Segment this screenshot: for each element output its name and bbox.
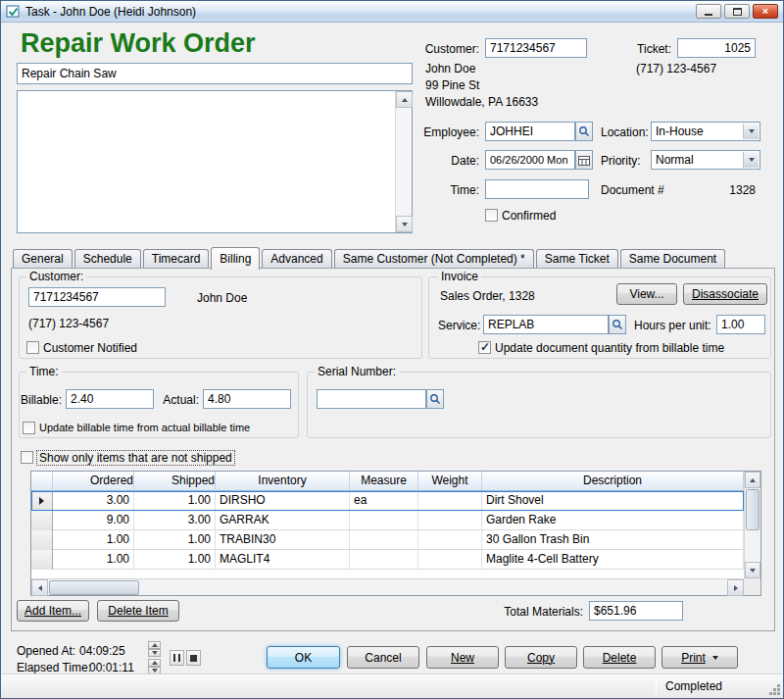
- delete-button[interactable]: Delete: [583, 646, 656, 669]
- new-button[interactable]: New: [426, 646, 499, 669]
- resize-grip[interactable]: [777, 692, 780, 695]
- serial-number-field[interactable]: [317, 389, 426, 409]
- add-item-button[interactable]: Add Item...: [17, 600, 89, 622]
- table-row[interactable]: 1.00 1.00 TRABIN30 30 Gallon Trash Bin: [31, 530, 744, 550]
- service-field[interactable]: [483, 315, 609, 334]
- minimize-button[interactable]: [696, 4, 721, 19]
- billing-customer-field[interactable]: [28, 287, 166, 307]
- date-field[interactable]: [485, 150, 575, 170]
- show-only-unshipped-checkbox[interactable]: [21, 451, 33, 464]
- delete-item-button[interactable]: Delete Item: [97, 600, 179, 622]
- row-selector-cell[interactable]: [31, 530, 53, 550]
- update-billable-checkbox[interactable]: [23, 422, 35, 434]
- update-billable-label[interactable]: Update billable time from actual billabl…: [39, 422, 250, 433]
- cell-description[interactable]: Dirt Shovel: [482, 491, 744, 511]
- cell-description[interactable]: Maglite 4-Cell Battery: [482, 550, 744, 570]
- cell-shipped[interactable]: 1.00: [134, 491, 216, 511]
- ok-button[interactable]: OK: [267, 646, 340, 669]
- total-materials-field[interactable]: [589, 601, 683, 621]
- cell-ordered[interactable]: 1.00: [53, 530, 134, 550]
- location-dropdown[interactable]: In-House: [651, 122, 760, 141]
- tab-advanced[interactable]: Advanced: [262, 249, 331, 269]
- priority-dropdown[interactable]: Normal: [651, 150, 760, 170]
- header-weight[interactable]: Weight: [418, 472, 482, 491]
- tab-general[interactable]: General: [13, 249, 73, 269]
- actual-field[interactable]: [203, 389, 291, 409]
- update-quantity-label[interactable]: Update document quantity from billable t…: [495, 341, 724, 355]
- customer-number-field[interactable]: [485, 38, 587, 58]
- employee-field[interactable]: [485, 122, 575, 141]
- cell-shipped[interactable]: 3.00: [134, 511, 216, 530]
- cell-inventory[interactable]: GARRAK: [216, 511, 350, 530]
- spin-down-button[interactable]: [148, 649, 161, 657]
- scroll-down-button[interactable]: [396, 216, 413, 232]
- date-picker-button[interactable]: [575, 150, 593, 170]
- cell-ordered[interactable]: 9.00: [53, 511, 134, 530]
- row-selector-cell[interactable]: [31, 511, 53, 530]
- table-row[interactable]: 3.00 1.00 DIRSHO ea Dirt Shovel: [31, 491, 744, 511]
- dropdown-button[interactable]: [743, 124, 759, 139]
- cell-measure[interactable]: [350, 550, 418, 570]
- cell-ordered[interactable]: 1.00: [53, 550, 134, 570]
- cell-weight[interactable]: [418, 491, 482, 511]
- dropdown-button[interactable]: [743, 152, 759, 168]
- tab-timecard[interactable]: Timecard: [143, 249, 210, 269]
- pause-timer-button[interactable]: [170, 650, 184, 666]
- ticket-field[interactable]: [677, 38, 756, 58]
- cancel-button[interactable]: Cancel: [347, 646, 419, 669]
- update-quantity-checkbox[interactable]: [478, 341, 491, 354]
- cell-shipped[interactable]: 1.00: [134, 530, 216, 550]
- task-summary-input[interactable]: [17, 63, 413, 84]
- header-row-selector[interactable]: [31, 472, 53, 491]
- header-shipped[interactable]: Shipped: [134, 472, 216, 491]
- tab-same-ticket[interactable]: Same Ticket: [536, 249, 618, 269]
- cell-ordered[interactable]: 3.00: [53, 491, 134, 511]
- customer-notified-label[interactable]: Customer Notified: [43, 341, 137, 355]
- vertical-scroll-thumb[interactable]: [746, 489, 760, 530]
- horizontal-scroll-thumb[interactable]: [49, 580, 139, 595]
- close-button[interactable]: ×: [753, 4, 778, 19]
- header-inventory[interactable]: Inventory: [216, 472, 350, 491]
- hours-per-unit-field[interactable]: [716, 315, 765, 334]
- header-ordered[interactable]: Ordered: [53, 472, 134, 491]
- row-selector-cell[interactable]: [31, 550, 53, 570]
- service-lookup-button[interactable]: [609, 315, 626, 334]
- table-row[interactable]: 9.00 3.00 GARRAK Garden Rake: [31, 511, 744, 530]
- copy-button[interactable]: Copy: [505, 646, 577, 669]
- cell-description[interactable]: Garden Rake: [482, 511, 744, 530]
- spin-up-button[interactable]: [148, 641, 161, 649]
- scroll-left-button[interactable]: [31, 579, 48, 596]
- tab-same-customer[interactable]: Same Customer (Not Completed) *: [334, 249, 534, 269]
- tab-same-document[interactable]: Same Document: [620, 249, 725, 269]
- cell-inventory[interactable]: MAGLIT4: [216, 550, 350, 570]
- grid-vertical-scrollbar[interactable]: [744, 472, 760, 578]
- cell-measure[interactable]: [350, 511, 418, 530]
- billable-field[interactable]: [66, 389, 154, 409]
- print-button[interactable]: Print: [662, 646, 738, 669]
- show-only-unshipped-label[interactable]: Show only items that are not shipped: [37, 451, 234, 465]
- stop-timer-button[interactable]: [186, 650, 201, 666]
- scroll-up-button[interactable]: [396, 91, 413, 108]
- time-field[interactable]: [485, 179, 589, 199]
- cell-inventory[interactable]: TRABIN30: [216, 530, 350, 550]
- spin-up-button[interactable]: [148, 659, 161, 667]
- cell-inventory[interactable]: DIRSHO: [216, 491, 350, 511]
- customer-notified-checkbox[interactable]: [26, 341, 39, 354]
- cell-measure[interactable]: [350, 530, 418, 550]
- table-row[interactable]: 1.00 1.00 MAGLIT4 Maglite 4-Cell Battery: [31, 550, 744, 570]
- task-notes-textarea[interactable]: [17, 90, 413, 233]
- scroll-up-button[interactable]: [745, 472, 760, 488]
- scroll-down-button[interactable]: [745, 562, 760, 578]
- header-measure[interactable]: Measure: [350, 472, 418, 491]
- tab-billing[interactable]: Billing: [211, 247, 260, 270]
- cell-measure[interactable]: ea: [350, 491, 418, 511]
- confirmed-label[interactable]: Confirmed: [502, 209, 556, 223]
- employee-lookup-button[interactable]: [575, 122, 593, 141]
- cell-description[interactable]: 30 Gallon Trash Bin: [482, 530, 744, 550]
- disassociate-button[interactable]: Disassociate: [683, 283, 767, 305]
- row-selector-cell[interactable]: [31, 491, 53, 511]
- cell-shipped[interactable]: 1.00: [134, 550, 216, 570]
- tab-schedule[interactable]: Schedule: [74, 249, 141, 269]
- window-icon[interactable]: [6, 5, 21, 19]
- confirmed-checkbox[interactable]: [485, 209, 498, 222]
